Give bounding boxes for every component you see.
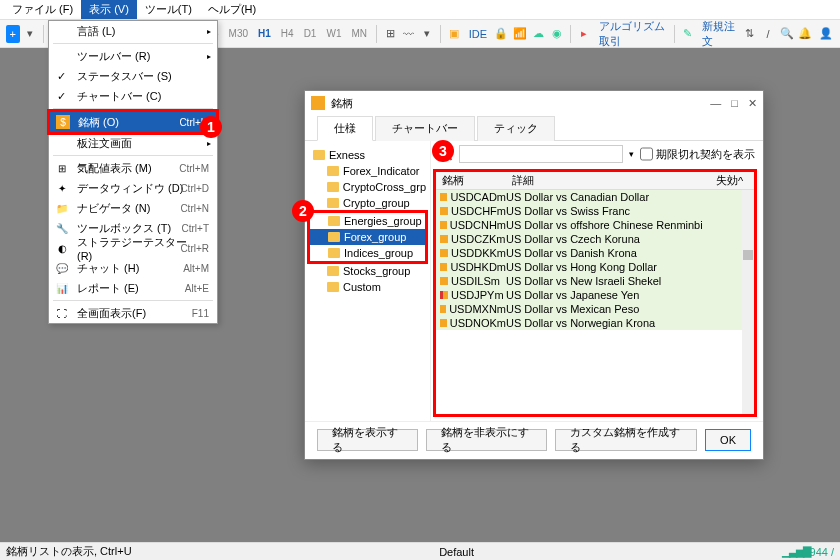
- new-chart-icon[interactable]: +: [6, 25, 20, 43]
- col-symbol[interactable]: 銘柄: [436, 172, 506, 189]
- table-row[interactable]: USDDKKmUS Dollar vs Danish Krona: [436, 246, 754, 260]
- status-center: Default: [439, 546, 474, 558]
- close-icon[interactable]: ✕: [748, 97, 757, 110]
- new-order-icon[interactable]: ✎: [679, 23, 696, 45]
- algo-label[interactable]: アルゴリズム取引: [595, 19, 669, 49]
- tree-root[interactable]: Exness: [309, 147, 426, 163]
- signal-icon[interactable]: 📶: [512, 23, 529, 45]
- line-icon[interactable]: 〰: [400, 23, 417, 45]
- menu-toolbar[interactable]: ツールバー (R)▸: [49, 46, 217, 66]
- search-input[interactable]: [459, 145, 623, 163]
- lock-icon[interactable]: 🔒: [493, 23, 510, 45]
- candle-icon[interactable]: ⊞: [382, 23, 399, 45]
- search-icon[interactable]: 🔍: [778, 23, 795, 45]
- tree-item[interactable]: Crypto_group: [309, 195, 426, 211]
- tab-tick[interactable]: ティック: [477, 116, 555, 141]
- table-row[interactable]: USDCADmUS Dollar vs Canadian Dollar: [436, 190, 754, 204]
- table-row[interactable]: USDMXNmUS Dollar vs Mexican Peso: [436, 302, 754, 316]
- tree-item[interactable]: Energies_group: [310, 213, 425, 229]
- symbols-dialog: 銘柄 — □ ✕ 仕様 チャートバー ティック Exness Forex_Ind…: [304, 90, 764, 460]
- globe-icon[interactable]: ◉: [549, 23, 566, 45]
- table-row[interactable]: USDCHFmUS Dollar vs Swiss Franc: [436, 204, 754, 218]
- tf-h4[interactable]: H4: [277, 28, 298, 39]
- table-row[interactable]: USDNOKmUS Dollar vs Norwegian Krona: [436, 316, 754, 330]
- status-left: 銘柄リストの表示, Ctrl+U: [6, 544, 132, 559]
- menu-file[interactable]: ファイル (F): [4, 0, 81, 19]
- menu-depth[interactable]: 板注文画面▸: [49, 133, 217, 153]
- menubar: ファイル (F) 表示 (V) ツール(T) ヘルプ(H): [0, 0, 840, 20]
- status-right: 944 /: [810, 546, 834, 558]
- tree-item-forex[interactable]: Forex_group: [310, 229, 425, 245]
- show-button[interactable]: 銘柄を表示する: [317, 429, 418, 451]
- tf-w1[interactable]: W1: [322, 28, 345, 39]
- custom-button[interactable]: カスタム銘柄を作成する: [555, 429, 697, 451]
- hide-button[interactable]: 銘柄を非表示にする: [426, 429, 547, 451]
- tf-h1[interactable]: H1: [254, 28, 275, 39]
- col-fail[interactable]: 失効 ^: [710, 172, 754, 189]
- annotation-1: 1: [200, 116, 222, 138]
- menu-report[interactable]: 📊レポート (E)Alt+E: [49, 278, 217, 298]
- menu-chartbar[interactable]: ✓チャートバー (C): [49, 86, 217, 106]
- cloud-icon[interactable]: ☁: [530, 23, 547, 45]
- refresh-icon[interactable]: /: [760, 23, 777, 45]
- algo-icon[interactable]: ▸: [576, 23, 593, 45]
- tree-item[interactable]: Stocks_group: [309, 263, 426, 279]
- table-row[interactable]: USDJPYmUS Dollar vs Japanese Yen: [436, 288, 754, 302]
- dialog-tabs: 仕様 チャートバー ティック: [305, 115, 763, 141]
- menu-help[interactable]: ヘルプ(H): [200, 0, 264, 19]
- tab-spec[interactable]: 仕様: [317, 116, 373, 141]
- menu-chat[interactable]: 💬チャット (H)Alt+M: [49, 258, 217, 278]
- ok-button[interactable]: OK: [705, 429, 751, 451]
- menu-view[interactable]: 表示 (V): [81, 0, 137, 19]
- col-desc[interactable]: 詳細: [506, 172, 710, 189]
- menu-nav[interactable]: 📁ナビゲータ (N)Ctrl+N: [49, 198, 217, 218]
- symbol-table: 銘柄 詳細 失効 ^ USDCADmUS Dollar vs Canadian …: [433, 169, 757, 417]
- tree-item[interactable]: Custom: [309, 279, 426, 295]
- view-dropdown: 言語 (L)▸ ツールバー (R)▸ ✓ステータスバー (S) ✓チャートバー …: [48, 20, 218, 324]
- dialog-titlebar: 銘柄 — □ ✕: [305, 91, 763, 115]
- tf-mn[interactable]: MN: [347, 28, 371, 39]
- table-row[interactable]: USDCZKmUS Dollar vs Czech Koruna: [436, 232, 754, 246]
- chart-icon[interactable]: ▾: [419, 23, 436, 45]
- tab-chart[interactable]: チャートバー: [375, 116, 475, 141]
- menu-strategy[interactable]: ◐ストラテジーテスター (R)Ctrl+R: [49, 238, 217, 258]
- menu-symbols[interactable]: $銘柄 (O)Ctrl+U: [50, 112, 216, 132]
- annotation-3: 3: [432, 140, 454, 162]
- table-row[interactable]: USDCNHmUS Dollar vs offshore Chinese Ren…: [436, 218, 754, 232]
- new-order-label[interactable]: 新規注文: [698, 19, 739, 49]
- scrollbar[interactable]: [742, 190, 754, 414]
- menu-lang[interactable]: 言語 (L)▸: [49, 21, 217, 41]
- tf-m30[interactable]: M30: [225, 28, 252, 39]
- chart-list-icon[interactable]: ▾: [22, 23, 39, 45]
- tf-d1[interactable]: D1: [300, 28, 321, 39]
- dialog-title: 銘柄: [331, 96, 353, 111]
- statusbar: 銘柄リストの表示, Ctrl+U Default ▁▃▅▇ 944 /: [0, 542, 840, 560]
- tree-item[interactable]: Forex_Indicator: [309, 163, 426, 179]
- menu-fullscreen[interactable]: ⛶全画面表示(F)F11: [49, 303, 217, 323]
- menu-statusbar[interactable]: ✓ステータスバー (S): [49, 66, 217, 86]
- ide-icon[interactable]: ▣: [446, 23, 463, 45]
- menu-market[interactable]: ⊞気配値表示 (M)Ctrl+M: [49, 158, 217, 178]
- trade-icon[interactable]: ⇅: [741, 23, 758, 45]
- bell-icon[interactable]: 🔔: [797, 23, 814, 45]
- account-icon[interactable]: 👤: [817, 23, 834, 45]
- ide-label[interactable]: IDE: [465, 28, 491, 40]
- menu-tool[interactable]: ツール(T): [137, 0, 200, 19]
- tree-item[interactable]: Indices_group: [310, 245, 425, 261]
- menu-data[interactable]: ✦データウィンドウ (D)Ctrl+D: [49, 178, 217, 198]
- expired-checkbox[interactable]: [640, 145, 653, 163]
- dialog-icon: [311, 96, 325, 110]
- tree-item[interactable]: CryptoCross_grp: [309, 179, 426, 195]
- connection-icon: ▁▃▅▇: [782, 545, 810, 558]
- table-row[interactable]: USDHKDmUS Dollar vs Hong Kong Dollar: [436, 260, 754, 274]
- symbol-tree: Exness Forex_Indicator CryptoCross_grp C…: [305, 141, 431, 421]
- maximize-icon[interactable]: □: [731, 97, 738, 110]
- table-row[interactable]: USDILSmUS Dollar vs New Israeli Shekel: [436, 274, 754, 288]
- minimize-icon[interactable]: —: [710, 97, 721, 110]
- annotation-2: 2: [292, 200, 314, 222]
